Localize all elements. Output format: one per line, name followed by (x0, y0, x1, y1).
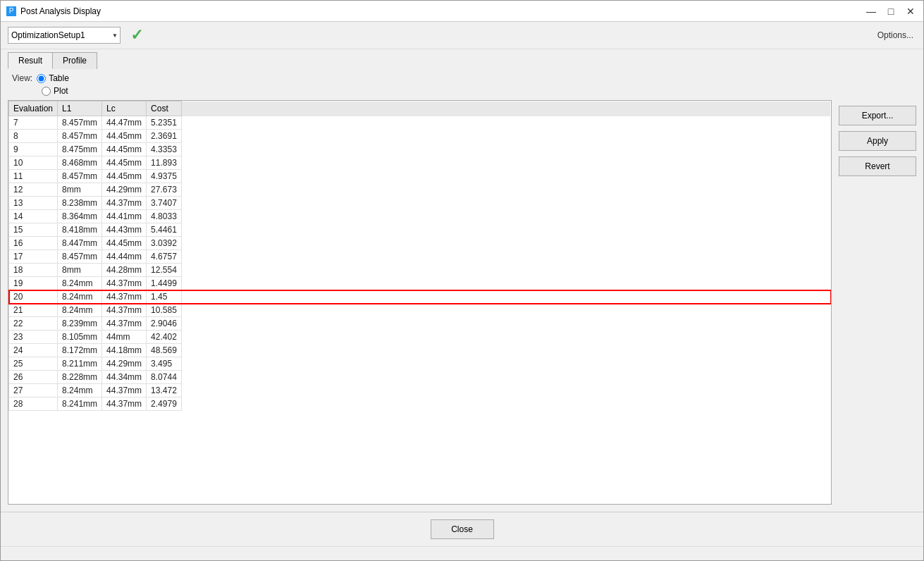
col-lc: Lc (102, 101, 147, 116)
cell-cost: 5.4461 (147, 223, 182, 237)
cell-l1: 8.105mm (58, 331, 102, 344)
table-row[interactable]: 218.24mm44.37mm10.585 (9, 304, 831, 317)
cell-eval: 19 (9, 277, 58, 290)
table-row[interactable]: 188mm44.28mm12.554 (9, 264, 831, 277)
cell-spacer (181, 304, 830, 317)
cell-eval: 15 (9, 223, 58, 237)
cell-eval: 24 (9, 344, 58, 357)
cell-lc: 44.28mm (102, 264, 147, 277)
cell-lc: 44mm (102, 331, 147, 344)
data-table-section: Evaluation L1 Lc Cost 78.457mm44.47mm5.2… (8, 100, 832, 505)
cell-cost: 4.8033 (147, 210, 182, 223)
cell-cost: 3.495 (147, 357, 182, 371)
table-row[interactable]: 168.447mm44.45mm3.0392 (9, 237, 831, 250)
maximize-button[interactable]: □ (884, 4, 898, 18)
cell-cost: 13.472 (147, 384, 182, 397)
table-row[interactable]: 258.211mm44.29mm3.495 (9, 357, 831, 371)
table-row[interactable]: 138.238mm44.37mm3.7407 (9, 197, 831, 210)
table-row[interactable]: 208.24mm44.37mm1.45 (9, 290, 831, 304)
cell-lc: 44.18mm (102, 344, 147, 357)
window-controls: — □ ✕ (864, 4, 918, 18)
table-row[interactable]: 108.468mm44.45mm11.893 (9, 156, 831, 170)
cell-lc: 44.45mm (102, 143, 147, 156)
cell-spacer (181, 317, 830, 331)
table-row[interactable]: 198.24mm44.37mm1.4499 (9, 277, 831, 290)
table-row[interactable]: 248.172mm44.18mm48.569 (9, 344, 831, 357)
cell-cost: 8.0744 (147, 371, 182, 384)
cell-cost: 4.6757 (147, 250, 182, 264)
cell-spacer (181, 264, 830, 277)
apply-checkmark-button[interactable]: ✓ (126, 26, 147, 44)
cell-spacer (181, 277, 830, 290)
table-row[interactable]: 228.239mm44.37mm2.9046 (9, 317, 831, 331)
setup-dropdown-wrapper: OptimizationSetup1 (8, 27, 121, 44)
table-radio[interactable] (37, 74, 46, 83)
revert-button[interactable]: Revert (839, 156, 916, 176)
setup-dropdown[interactable]: OptimizationSetup1 (8, 27, 121, 44)
cell-l1: 8.24mm (58, 277, 102, 290)
data-table: Evaluation L1 Lc Cost 78.457mm44.47mm5.2… (8, 101, 831, 411)
table-row[interactable]: 178.457mm44.44mm4.6757 (9, 250, 831, 264)
table-row[interactable]: 288.241mm44.37mm2.4979 (9, 397, 831, 411)
cell-lc: 44.37mm (102, 317, 147, 331)
main-window: P Post Analysis Display — □ ✕ Optimizati… (0, 0, 924, 561)
cell-eval: 8 (9, 130, 58, 143)
cell-cost: 48.569 (147, 344, 182, 357)
cell-spacer (181, 290, 830, 304)
cell-spacer (181, 143, 830, 156)
cell-eval: 9 (9, 143, 58, 156)
cell-lc: 44.37mm (102, 384, 147, 397)
cell-spacer (181, 331, 830, 344)
close-button[interactable]: Close (431, 519, 494, 539)
cell-l1: 8.211mm (58, 357, 102, 371)
close-window-button[interactable]: ✕ (904, 4, 918, 18)
toolbar-left: OptimizationSetup1 ✓ (8, 26, 147, 44)
table-row[interactable]: 128mm44.29mm27.673 (9, 183, 831, 197)
cell-l1: 8mm (58, 264, 102, 277)
table-row[interactable]: 158.418mm44.43mm5.4461 (9, 223, 831, 237)
table-row[interactable]: 148.364mm44.41mm4.8033 (9, 210, 831, 223)
cell-spacer (181, 357, 830, 371)
col-spacer (181, 101, 830, 116)
cell-spacer (181, 223, 830, 237)
table-header: Evaluation L1 Lc Cost (9, 101, 831, 116)
apply-button[interactable]: Apply (839, 131, 916, 151)
table-radio-label[interactable]: Table (37, 73, 69, 83)
cell-lc: 44.44mm (102, 250, 147, 264)
table-row[interactable]: 278.24mm44.37mm13.472 (9, 384, 831, 397)
plot-radio-label[interactable]: Plot (42, 86, 68, 96)
cell-lc: 44.37mm (102, 397, 147, 411)
table-container[interactable]: Evaluation L1 Lc Cost 78.457mm44.47mm5.2… (8, 101, 831, 504)
main-content: Evaluation L1 Lc Cost 78.457mm44.47mm5.2… (1, 100, 923, 512)
cell-lc: 44.45mm (102, 130, 147, 143)
cell-l1: 8.24mm (58, 290, 102, 304)
cell-spacer (181, 384, 830, 397)
app-icon: P (6, 6, 16, 16)
cell-lc: 44.29mm (102, 357, 147, 371)
cell-spacer (181, 397, 830, 411)
cell-lc: 44.47mm (102, 116, 147, 130)
cell-eval: 22 (9, 317, 58, 331)
cell-l1: 8.241mm (58, 397, 102, 411)
minimize-button[interactable]: — (864, 4, 878, 18)
table-row[interactable]: 78.457mm44.47mm5.2351 (9, 116, 831, 130)
table-row[interactable]: 268.228mm44.34mm8.0744 (9, 371, 831, 384)
table-row[interactable]: 118.457mm44.45mm4.9375 (9, 170, 831, 183)
cell-cost: 3.7407 (147, 197, 182, 210)
cell-spacer (181, 250, 830, 264)
table-row[interactable]: 98.475mm44.45mm4.3353 (9, 143, 831, 156)
plot-radio[interactable] (42, 87, 51, 96)
cell-spacer (181, 197, 830, 210)
cell-lc: 44.45mm (102, 170, 147, 183)
cell-spacer (181, 183, 830, 197)
options-button[interactable]: Options... (875, 29, 916, 42)
table-row[interactable]: 88.457mm44.45mm2.3691 (9, 130, 831, 143)
tab-profile[interactable]: Profile (52, 52, 97, 69)
table-row[interactable]: 238.105mm44mm42.402 (9, 331, 831, 344)
cell-cost: 4.9375 (147, 170, 182, 183)
cell-l1: 8.24mm (58, 384, 102, 397)
tab-result[interactable]: Result (8, 52, 53, 69)
export-button[interactable]: Export... (839, 106, 916, 125)
cell-cost: 12.554 (147, 264, 182, 277)
cell-cost: 11.893 (147, 156, 182, 170)
